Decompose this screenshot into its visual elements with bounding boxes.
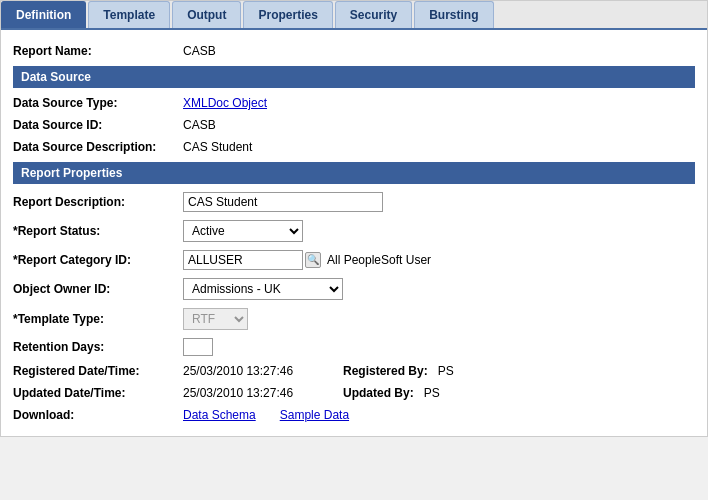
report-status-row: *Report Status: Active Inactive: [13, 216, 695, 246]
report-category-label: *Report Category ID:: [13, 253, 183, 267]
updated-by-label: Updated By:: [343, 386, 414, 400]
template-type-label: *Template Type:: [13, 312, 183, 326]
registered-datetime-label: Registered Date/Time:: [13, 364, 183, 378]
tab-properties[interactable]: Properties: [243, 1, 332, 28]
object-owner-label: Object Owner ID:: [13, 282, 183, 296]
object-owner-row: Object Owner ID: Admissions - UK Other: [13, 274, 695, 304]
report-category-row: *Report Category ID: 🔍 All PeopleSoft Us…: [13, 246, 695, 274]
data-source-id-label: Data Source ID:: [13, 118, 183, 132]
retention-days-row: Retention Days:: [13, 334, 695, 360]
page-container: Definition Template Output Properties Se…: [0, 0, 708, 437]
report-properties-header: Report Properties: [13, 162, 695, 184]
tab-bar: Definition Template Output Properties Se…: [1, 1, 707, 30]
retention-days-input[interactable]: [183, 338, 213, 356]
tab-template[interactable]: Template: [88, 1, 170, 28]
updated-datetime-label: Updated Date/Time:: [13, 386, 183, 400]
data-source-header: Data Source: [13, 66, 695, 88]
tab-output[interactable]: Output: [172, 1, 241, 28]
updated-by-value: PS: [424, 386, 440, 400]
tab-security[interactable]: Security: [335, 1, 412, 28]
registered-by-label: Registered By:: [343, 364, 428, 378]
updated-datetime-row: Updated Date/Time: 25/03/2010 13:27:46 U…: [13, 382, 695, 404]
tab-definition[interactable]: Definition: [1, 1, 86, 28]
registered-datetime-row: Registered Date/Time: 25/03/2010 13:27:4…: [13, 360, 695, 382]
tab-bursting[interactable]: Bursting: [414, 1, 493, 28]
template-type-select[interactable]: RTF: [183, 308, 248, 330]
registered-datetime-value: 25/03/2010 13:27:46: [183, 364, 323, 378]
report-desc-row: Report Description:: [13, 188, 695, 216]
data-source-type-label: Data Source Type:: [13, 96, 183, 110]
report-desc-input[interactable]: [183, 192, 383, 212]
registered-by-value: PS: [438, 364, 454, 378]
updated-datetime-value: 25/03/2010 13:27:46: [183, 386, 323, 400]
data-source-desc-row: Data Source Description: CAS Student: [13, 136, 695, 158]
sample-data-link[interactable]: Sample Data: [280, 408, 349, 422]
report-name-row: Report Name: CASB: [13, 40, 695, 62]
updated-by-pair: Updated By: PS: [343, 386, 440, 400]
data-source-type-row: Data Source Type: XMLDoc Object: [13, 92, 695, 114]
data-source-desc-label: Data Source Description:: [13, 140, 183, 154]
report-status-label: *Report Status:: [13, 224, 183, 238]
content-area: Report Name: CASB Data Source Data Sourc…: [1, 30, 707, 436]
search-icon[interactable]: 🔍: [305, 252, 321, 268]
template-type-row: *Template Type: RTF: [13, 304, 695, 334]
report-desc-label: Report Description:: [13, 195, 183, 209]
download-label: Download:: [13, 408, 183, 422]
retention-days-label: Retention Days:: [13, 340, 183, 354]
download-row: Download: Data Schema Sample Data: [13, 404, 695, 426]
report-name-label: Report Name:: [13, 44, 183, 58]
report-category-input[interactable]: [183, 250, 303, 270]
data-source-type-value[interactable]: XMLDoc Object: [183, 96, 267, 110]
report-status-select[interactable]: Active Inactive: [183, 220, 303, 242]
data-source-id-row: Data Source ID: CASB: [13, 114, 695, 136]
report-name-value: CASB: [183, 44, 216, 58]
report-category-desc: All PeopleSoft User: [327, 253, 431, 267]
registered-by-pair: Registered By: PS: [343, 364, 454, 378]
data-source-desc-value: CAS Student: [183, 140, 252, 154]
object-owner-select[interactable]: Admissions - UK Other: [183, 278, 343, 300]
data-schema-link[interactable]: Data Schema: [183, 408, 256, 422]
data-source-id-value: CASB: [183, 118, 216, 132]
